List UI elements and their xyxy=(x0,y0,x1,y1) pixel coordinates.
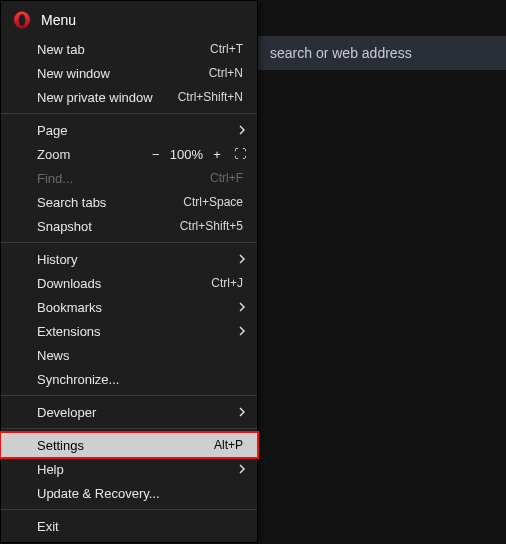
chevron-right-icon xyxy=(239,326,245,336)
menu-separator xyxy=(1,113,257,114)
menu-item-bookmarks[interactable]: Bookmarks xyxy=(1,295,257,319)
menu-item-settings[interactable]: Settings Alt+P xyxy=(1,433,257,457)
menu-item-news[interactable]: News xyxy=(1,343,257,367)
zoom-in-button[interactable]: + xyxy=(209,147,225,162)
menu-item-label: Search tabs xyxy=(37,195,183,210)
menu-item-page[interactable]: Page xyxy=(1,118,257,142)
menu-item-accel: Ctrl+T xyxy=(210,42,243,56)
menu-item-label: Synchronize... xyxy=(37,372,243,387)
menu-item-label: News xyxy=(37,348,243,363)
menu-item-downloads[interactable]: Downloads Ctrl+J xyxy=(1,271,257,295)
menu-item-label: Extensions xyxy=(37,324,243,339)
menu-item-label: Page xyxy=(37,123,243,138)
main-menu: Menu New tab Ctrl+T New window Ctrl+N Ne… xyxy=(0,0,258,543)
chevron-right-icon xyxy=(239,125,245,135)
menu-item-label: History xyxy=(37,252,243,267)
menu-item-accel: Ctrl+Space xyxy=(183,195,243,209)
menu-item-exit[interactable]: Exit xyxy=(1,514,257,538)
menu-item-find: Find... Ctrl+F xyxy=(1,166,257,190)
menu-item-label: New window xyxy=(37,66,209,81)
chevron-right-icon xyxy=(239,254,245,264)
menu-item-label: Exit xyxy=(37,519,243,534)
menu-item-search-tabs[interactable]: Search tabs Ctrl+Space xyxy=(1,190,257,214)
menu-item-label: Update & Recovery... xyxy=(37,486,243,501)
menu-item-accel: Alt+P xyxy=(214,438,243,452)
chevron-right-icon xyxy=(239,407,245,417)
menu-item-label: Settings xyxy=(37,438,214,453)
menu-item-label: Zoom xyxy=(37,147,148,162)
menu-item-label: Downloads xyxy=(37,276,211,291)
menu-separator xyxy=(1,428,257,429)
menu-item-accel: Ctrl+Shift+N xyxy=(178,90,243,104)
menu-item-developer[interactable]: Developer xyxy=(1,400,257,424)
menu-item-extensions[interactable]: Extensions xyxy=(1,319,257,343)
fullscreen-icon[interactable]: ⛶ xyxy=(231,147,247,161)
zoom-out-button[interactable]: − xyxy=(148,147,164,162)
opera-logo-icon xyxy=(13,11,31,29)
menu-item-help[interactable]: Help xyxy=(1,457,257,481)
menu-separator xyxy=(1,395,257,396)
menu-item-label: Help xyxy=(37,462,243,477)
chevron-right-icon xyxy=(239,464,245,474)
menu-item-label: Find... xyxy=(37,171,210,186)
menu-item-label: Developer xyxy=(37,405,243,420)
zoom-value: 100% xyxy=(170,147,203,162)
menu-item-new-window[interactable]: New window Ctrl+N xyxy=(1,61,257,85)
address-bar-placeholder: search or web address xyxy=(270,45,412,61)
menu-item-accel: Ctrl+J xyxy=(211,276,243,290)
menu-item-history[interactable]: History xyxy=(1,247,257,271)
menu-header: Menu xyxy=(1,5,257,37)
menu-item-accel: Ctrl+F xyxy=(210,171,243,185)
menu-title: Menu xyxy=(41,12,76,28)
menu-item-label: Bookmarks xyxy=(37,300,243,315)
menu-separator xyxy=(1,242,257,243)
svg-point-1 xyxy=(19,14,26,26)
menu-item-snapshot[interactable]: Snapshot Ctrl+Shift+5 xyxy=(1,214,257,238)
menu-item-new-tab[interactable]: New tab Ctrl+T xyxy=(1,37,257,61)
menu-item-accel: Ctrl+N xyxy=(209,66,243,80)
menu-item-label: New private window xyxy=(37,90,178,105)
chevron-right-icon xyxy=(239,302,245,312)
menu-item-new-private-window[interactable]: New private window Ctrl+Shift+N xyxy=(1,85,257,109)
menu-item-label: New tab xyxy=(37,42,210,57)
menu-item-label: Snapshot xyxy=(37,219,180,234)
menu-item-accel: Ctrl+Shift+5 xyxy=(180,219,243,233)
menu-separator xyxy=(1,509,257,510)
menu-item-update-recovery[interactable]: Update & Recovery... xyxy=(1,481,257,505)
menu-item-synchronize[interactable]: Synchronize... xyxy=(1,367,257,391)
menu-item-zoom: Zoom − 100% + ⛶ xyxy=(1,142,257,166)
